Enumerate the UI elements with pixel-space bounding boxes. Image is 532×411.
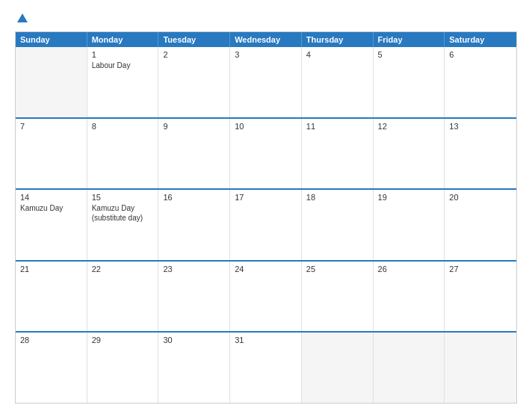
day-number: 9 — [163, 122, 225, 131]
calendar-cell — [16, 47, 87, 117]
holiday-label: Labour Day — [92, 61, 154, 70]
day-number: 2 — [163, 50, 225, 59]
calendar-week-5: 28293031 — [16, 331, 516, 403]
calendar-grid: SundayMondayTuesdayWednesdayThursdayFrid… — [15, 31, 517, 404]
day-number: 22 — [92, 265, 154, 274]
day-number: 4 — [306, 50, 368, 59]
calendar-cell: 18 — [302, 190, 374, 260]
calendar-cell: 29 — [87, 333, 159, 403]
holiday-label: Kamuzu Day — [20, 203, 82, 213]
calendar-cell: 5 — [374, 47, 445, 117]
day-number: 10 — [235, 122, 297, 131]
calendar-cell: 8 — [87, 119, 159, 189]
day-number: 7 — [20, 122, 82, 131]
calendar-body: 1Labour Day234567891011121314Kamuzu Day1… — [16, 47, 516, 403]
day-number: 20 — [449, 193, 512, 202]
day-number: 5 — [378, 50, 440, 59]
calendar-cell: 21 — [16, 262, 87, 332]
calendar-cell: 20 — [445, 190, 516, 260]
calendar-cell: 16 — [158, 190, 230, 260]
day-number: 19 — [378, 193, 440, 202]
calendar-cell: 28 — [16, 333, 87, 403]
day-number: 8 — [92, 122, 154, 131]
day-number: 24 — [235, 265, 297, 274]
calendar-week-4: 21222324252627 — [16, 260, 516, 332]
day-number: 28 — [20, 336, 82, 344]
day-number: 14 — [20, 193, 82, 202]
calendar-cell — [445, 333, 516, 403]
calendar-cell: 31 — [230, 333, 302, 403]
day-number: 3 — [235, 50, 297, 59]
calendar-cell: 27 — [445, 262, 516, 332]
day-number: 29 — [92, 336, 154, 344]
calendar-cell: 9 — [158, 119, 230, 189]
calendar-cell: 19 — [374, 190, 445, 260]
header-cell-friday: Friday — [374, 32, 445, 47]
calendar-week-3: 14Kamuzu Day15Kamuzu Day (substitute day… — [16, 188, 516, 260]
calendar-cell: 24 — [230, 262, 302, 332]
calendar-cell — [374, 333, 445, 403]
calendar-cell: 13 — [445, 119, 516, 189]
day-number: 18 — [306, 193, 368, 202]
calendar-header-row: SundayMondayTuesdayWednesdayThursdayFrid… — [16, 32, 516, 47]
header-cell-sunday: Sunday — [16, 32, 87, 47]
day-number: 13 — [449, 122, 512, 131]
day-number: 27 — [449, 265, 512, 274]
day-number: 15 — [92, 193, 154, 202]
holiday-label: Kamuzu Day (substitute day) — [92, 203, 154, 223]
calendar-cell: 17 — [230, 190, 302, 260]
day-number: 16 — [163, 193, 225, 202]
calendar-cell: 14Kamuzu Day — [16, 190, 87, 260]
calendar-cell: 23 — [158, 262, 230, 332]
calendar-cell: 26 — [374, 262, 445, 332]
header-cell-monday: Monday — [87, 32, 159, 47]
day-number: 31 — [235, 336, 297, 344]
calendar-cell: 4 — [302, 47, 374, 117]
header-cell-tuesday: Tuesday — [158, 32, 230, 47]
calendar-cell: 2 — [158, 47, 230, 117]
day-number: 6 — [449, 50, 512, 59]
calendar-cell — [302, 333, 374, 403]
calendar-page: SundayMondayTuesdayWednesdayThursdayFrid… — [0, 0, 532, 411]
day-number: 1 — [92, 50, 154, 59]
calendar-cell: 11 — [302, 119, 374, 189]
day-number: 17 — [235, 193, 297, 202]
calendar-cell: 10 — [230, 119, 302, 189]
calendar-cell: 6 — [445, 47, 516, 117]
day-number: 12 — [378, 122, 440, 131]
calendar-cell: 1Labour Day — [87, 47, 159, 117]
calendar-cell: 7 — [16, 119, 87, 189]
day-number: 30 — [163, 336, 225, 344]
day-number: 23 — [163, 265, 225, 274]
logo — [15, 13, 28, 24]
calendar-week-1: 1Labour Day23456 — [16, 47, 516, 117]
calendar-week-2: 78910111213 — [16, 117, 516, 189]
day-number: 26 — [378, 265, 440, 274]
calendar-cell: 22 — [87, 262, 159, 332]
calendar-cell: 12 — [374, 119, 445, 189]
calendar-cell: 3 — [230, 47, 302, 117]
header-cell-saturday: Saturday — [445, 32, 516, 47]
header — [15, 13, 517, 24]
header-cell-thursday: Thursday — [302, 32, 374, 47]
calendar-cell: 25 — [302, 262, 374, 332]
day-number: 11 — [306, 122, 368, 131]
logo-triangle-icon — [17, 13, 28, 22]
day-number: 25 — [306, 265, 368, 274]
header-cell-wednesday: Wednesday — [230, 32, 302, 47]
calendar-cell: 30 — [158, 333, 230, 403]
calendar-cell: 15Kamuzu Day (substitute day) — [87, 190, 159, 260]
day-number: 21 — [20, 265, 82, 274]
